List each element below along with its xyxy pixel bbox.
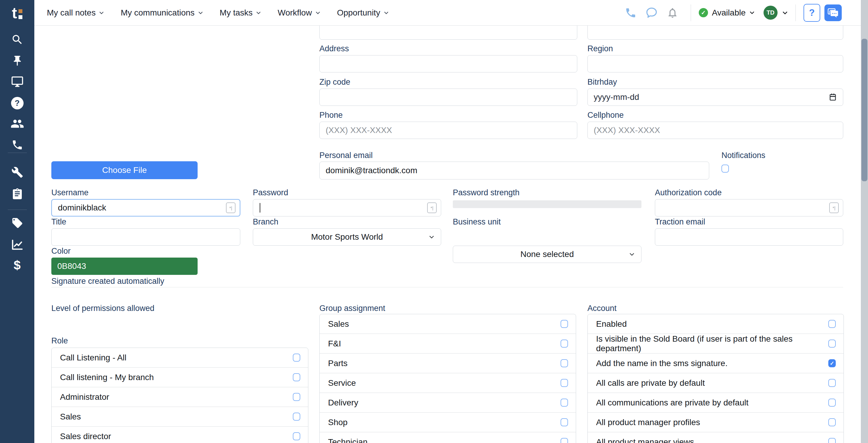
password-manager-icon[interactable]: *| xyxy=(427,202,437,213)
traction-email-input[interactable] xyxy=(655,228,843,246)
chevron-down-icon xyxy=(99,11,104,14)
menu-my-communications[interactable]: My communications xyxy=(121,8,203,18)
cellphone-label: Cellphone xyxy=(587,111,624,120)
scrollbar-thumb[interactable] xyxy=(862,39,867,181)
pin-icon[interactable] xyxy=(10,54,25,68)
phone-icon[interactable] xyxy=(10,138,25,152)
phone-input[interactable] xyxy=(319,122,577,139)
role-checkbox[interactable]: ✓ xyxy=(293,413,300,421)
zip-input[interactable] xyxy=(319,89,577,106)
wrench-icon[interactable] xyxy=(10,165,25,179)
personal-email-label: Personal email xyxy=(319,151,373,160)
group-checkbox[interactable]: ✓ xyxy=(561,320,568,328)
account-checkbox[interactable]: ✓ xyxy=(828,399,836,407)
role-checkbox[interactable]: ✓ xyxy=(293,393,300,401)
branch-select[interactable]: Motor Sports World xyxy=(253,228,441,246)
group-checkbox[interactable]: ✓ xyxy=(561,399,568,407)
birthday-label: Bitrhday xyxy=(587,77,617,87)
role-checkbox[interactable]: ✓ xyxy=(293,373,300,381)
chat-bubble-icon[interactable] xyxy=(645,6,658,20)
search-icon[interactable] xyxy=(10,33,25,47)
notifications-label: Notifications xyxy=(721,151,765,160)
header-divider xyxy=(796,4,796,21)
chevron-down-icon xyxy=(198,11,203,14)
list-item: Administrator✓ xyxy=(52,387,308,407)
list-item: Shop✓ xyxy=(320,412,576,432)
list-item: All product manager views✓ xyxy=(588,432,843,443)
logo-white-dot xyxy=(19,15,22,19)
users-icon[interactable] xyxy=(10,116,25,131)
region-label: Region xyxy=(587,44,613,54)
chart-line-icon[interactable] xyxy=(10,237,25,251)
app-logo[interactable]: t xyxy=(0,0,34,25)
menu-my-call-notes[interactable]: My call notes xyxy=(47,8,104,18)
personal-email-input[interactable] xyxy=(319,162,709,179)
zip-label: Zip code xyxy=(319,77,350,87)
cellphone-input[interactable] xyxy=(587,122,843,139)
group-assignment-list: Sales✓ F&I✓ Parts✓ Service✓ Delivery✓ Sh… xyxy=(319,314,576,443)
account-checkbox[interactable]: ✓ xyxy=(828,359,836,367)
color-label: Color xyxy=(51,246,71,256)
business-unit-select[interactable]: None selected xyxy=(453,246,642,263)
availability-selector[interactable]: ✓ Available xyxy=(699,8,754,18)
menu-my-tasks[interactable]: My tasks xyxy=(220,8,261,18)
vertical-scrollbar[interactable] xyxy=(861,0,868,443)
signature-note: Signature created automatically xyxy=(51,277,164,286)
group-checkbox[interactable]: ✓ xyxy=(561,379,568,387)
color-swatch[interactable]: 0B8043 xyxy=(51,258,197,275)
title-input[interactable] xyxy=(51,228,240,246)
list-item: Delivery✓ xyxy=(320,393,576,412)
list-item: Call listening - My branch✓ xyxy=(52,367,308,387)
username-input[interactable]: dominikblack *| xyxy=(51,199,240,216)
header-divider xyxy=(691,4,691,21)
sidebar: t ? $ xyxy=(0,0,34,443)
tag-icon[interactable] xyxy=(10,216,25,230)
group-checkbox[interactable]: ✓ xyxy=(561,438,568,443)
help-button[interactable]: ? xyxy=(804,4,820,22)
password-input[interactable]: *| xyxy=(253,199,441,216)
notifications-checkbox[interactable]: ✓ xyxy=(721,165,729,173)
text-caret xyxy=(260,203,260,212)
calendar-icon[interactable] xyxy=(829,93,836,101)
role-checkbox[interactable]: ✓ xyxy=(293,353,300,362)
account-checkbox[interactable]: ✓ xyxy=(828,320,836,328)
group-assignment-label: Group assignment xyxy=(319,304,385,313)
menu-opportunity[interactable]: Opportunity xyxy=(337,8,389,18)
group-checkbox[interactable]: ✓ xyxy=(561,418,568,426)
call-icon[interactable] xyxy=(624,6,638,20)
group-checkbox[interactable]: ✓ xyxy=(561,340,568,348)
authorization-code-input[interactable]: *| xyxy=(655,199,843,216)
account-checkbox[interactable]: ✓ xyxy=(828,438,836,443)
avatar[interactable]: TD xyxy=(764,6,778,20)
account-checkbox[interactable]: ✓ xyxy=(828,418,836,426)
role-checkbox[interactable]: ✓ xyxy=(293,432,300,440)
list-item: Sales director✓ xyxy=(52,426,308,443)
password-manager-icon[interactable]: *| xyxy=(829,202,839,213)
region-input[interactable] xyxy=(587,55,843,72)
password-manager-icon[interactable]: *| xyxy=(226,202,236,213)
clipboard-icon[interactable] xyxy=(10,186,25,201)
list-item: Service✓ xyxy=(320,373,576,393)
menu-workflow[interactable]: Workflow xyxy=(278,8,320,18)
address-input[interactable] xyxy=(319,55,577,72)
list-item: Call Listening - All✓ xyxy=(52,348,308,367)
messages-button[interactable] xyxy=(825,4,842,21)
address-label: Address xyxy=(319,44,349,54)
account-checkbox[interactable]: ✓ xyxy=(828,379,836,387)
password-strength-label: Password strength xyxy=(453,188,520,197)
list-item: Technician✓ xyxy=(320,432,576,443)
birthday-input[interactable]: yyyy-mm-dd xyxy=(587,89,843,106)
logo-orange-dot xyxy=(19,9,22,13)
list-item: All calls are private by default✓ xyxy=(588,373,843,393)
group-checkbox[interactable]: ✓ xyxy=(561,359,568,367)
help-circle-icon[interactable]: ? xyxy=(10,96,25,110)
chevron-down-icon xyxy=(629,253,634,256)
list-item: Sales✓ xyxy=(320,314,576,334)
dollar-icon[interactable]: $ xyxy=(10,258,25,272)
bell-icon[interactable] xyxy=(665,6,679,20)
account-checkbox[interactable]: ✓ xyxy=(828,340,836,348)
monitor-icon[interactable] xyxy=(10,74,25,89)
section-divider xyxy=(51,287,843,287)
list-item: Enabled✓ xyxy=(588,314,843,334)
choose-file-button[interactable]: Choose File xyxy=(51,161,197,179)
